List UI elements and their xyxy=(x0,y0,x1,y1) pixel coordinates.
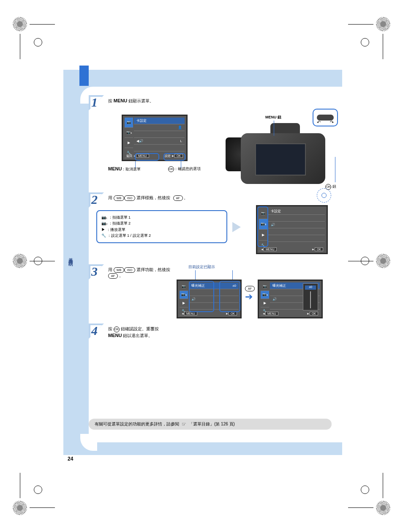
section-marker xyxy=(79,66,89,86)
step-3-heading: 3 用 WBISO 選擇功能，然後按 AF 。 xyxy=(89,264,342,281)
step-1-heading: 1 按 MENU 鈕顯示選單。 xyxy=(89,95,342,112)
crop-mark-ml xyxy=(13,254,55,296)
legend-row: ▶ ：播放選單 xyxy=(101,227,222,233)
footer-link: 「選單目錄」(第 126 頁) xyxy=(189,421,235,427)
lcd-screen-step3-left: 📷📷₂▶🔧 曝光補正±0 🔊 ◄MENU►OK xyxy=(177,280,242,318)
exposure-slider: ±0 xyxy=(303,283,318,310)
lcd-row: ◀🔊L xyxy=(134,138,185,145)
lcd-row: 👤 xyxy=(134,124,185,131)
lcd-screen-step1: 📷 📷₂ ▶ 🔧 卡設定 👤 ◀🔊L 返回 ◄MENU 設定 ►OK xyxy=(122,115,188,161)
ok-icon: OK xyxy=(114,326,120,332)
caption-ok: OK：確認您的選項 xyxy=(168,166,201,172)
legend-row: 🔧 ：設定選單 1 / 設定選單 2 xyxy=(101,233,222,239)
lcd-row: 卡設定 xyxy=(134,118,185,124)
ok-icon: OK xyxy=(168,166,174,172)
menu-text: MENU xyxy=(114,98,127,103)
lcd-row xyxy=(268,235,325,242)
lcd-row xyxy=(268,215,325,222)
step-4-heading: 4 按 OK 鈕確認設定。重覆按 MENU 鈕以退出選單。 xyxy=(89,324,342,340)
lcd-row xyxy=(268,228,325,235)
callout-current-setting: 目前設定已顯示 xyxy=(188,264,215,270)
caption-menu: MENU：取消選單 xyxy=(108,166,141,172)
af-button-icon: AF xyxy=(173,195,183,201)
lcd-row: 卡設定 xyxy=(268,208,325,215)
legend-row: 📷₂ ：拍攝選單 2 xyxy=(101,220,222,226)
highlight-ring-tabs xyxy=(257,206,268,247)
af-button-icon: AF xyxy=(108,273,118,279)
iso-button-icon: ISO xyxy=(124,267,135,273)
side-tab-label: 基本操作說明 xyxy=(68,254,74,259)
pointer-hand-icon: ☞ xyxy=(182,421,186,427)
lcd-screen-step2: 📷 📷₂ ▶ 🔧 卡設定 🔊 ◄MENU►OK xyxy=(256,205,328,254)
page-frame-bottom xyxy=(63,442,342,455)
crop-mark-tl xyxy=(13,17,55,59)
lcd-screen-step3-right: 📷📷₂▶🔧 曝光補正 🔊 ±0 ◄MENU►OK xyxy=(258,280,323,318)
crop-mark-br xyxy=(348,473,390,515)
page-frame-corner-bottom xyxy=(80,434,97,451)
crop-mark-tr xyxy=(348,17,390,59)
highlight-ring-value xyxy=(219,281,240,312)
lcd-row xyxy=(134,145,185,151)
tab-legend-box: 📷₁ ：拍攝選單 1 📷₂ ：拍攝選單 2 ▶ ：播放選單 🔧 ：設定選單 1 … xyxy=(96,210,227,243)
lcd-row xyxy=(134,131,185,138)
crop-mark-mr xyxy=(348,254,390,296)
dial-icon xyxy=(317,115,334,121)
pointer-triangle-icon xyxy=(232,222,241,232)
arrow-right-icon: ➔ xyxy=(245,291,253,302)
camera-illustration: MENU 鈕 OK 鈕 xyxy=(224,112,342,197)
wb-button-icon: WB xyxy=(114,195,124,201)
page-number: 24 xyxy=(68,456,73,462)
lcd-tab-2: 📷₂ xyxy=(125,128,133,138)
footer-reference-bar: 有關可從選單設定的功能的更多詳情，請參閱 ☞ 「選單目錄」(第 126 頁) xyxy=(89,419,332,430)
crop-mark-bl xyxy=(13,473,55,515)
camera-lcd-icon xyxy=(255,143,306,176)
highlight-ring-ok xyxy=(163,153,185,161)
dial-callout xyxy=(313,109,338,126)
lcd-tab-3: ▶ xyxy=(125,138,133,148)
highlight-ring-func xyxy=(189,281,214,312)
page-frame-top xyxy=(63,70,342,87)
highlight-ring-menu xyxy=(135,153,159,161)
af-between-icon: AF xyxy=(245,284,255,291)
iso-button-icon: ISO xyxy=(124,195,135,201)
camera-menu-label: MENU 鈕 xyxy=(265,115,281,120)
page-frame-side xyxy=(63,70,89,455)
lcd-tab-1: 📷 xyxy=(125,118,133,128)
lcd-row: 🔊 xyxy=(268,222,325,228)
legend-row: 📷₁ ：拍攝選單 1 xyxy=(101,214,222,220)
wb-button-icon: WB xyxy=(114,267,124,273)
footer-text: 有關可從選單設定的功能的更多詳情，請參閱 xyxy=(95,421,179,427)
